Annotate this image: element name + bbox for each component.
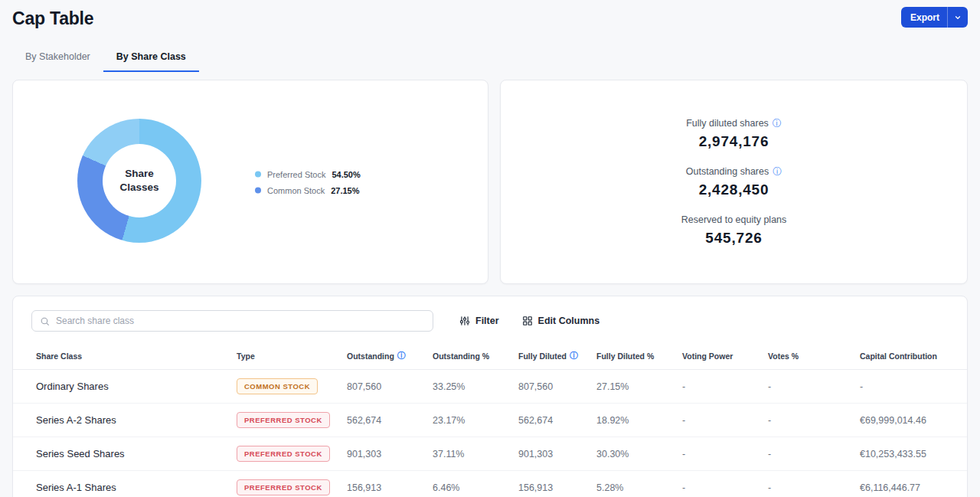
col-votes-pct[interactable]: Votes % <box>768 351 860 361</box>
cell-outstanding-pct: 6.46% <box>433 482 518 493</box>
legend-label: Preferred Stock <box>267 169 325 178</box>
search-icon <box>40 316 50 326</box>
summary-stat: Reserved to equity plans545,726 <box>681 214 787 247</box>
edit-columns-button-label: Edit Columns <box>538 316 600 326</box>
table-row[interactable]: Ordinary SharesCOMMON STOCK807,56033.25%… <box>13 370 967 404</box>
search-input[interactable] <box>56 316 425 326</box>
cell-outstanding-pct: 37.11% <box>433 449 518 459</box>
cell-outstanding: 807,560 <box>347 381 433 392</box>
table-row[interactable]: Series A-2 SharesPREFERRED STOCK562,6742… <box>13 404 967 437</box>
cell-fully-diluted-pct: 18.92% <box>596 415 682 426</box>
col-label: Share Class <box>36 351 82 361</box>
share-class-table-body: Ordinary SharesCOMMON STOCK807,56033.25%… <box>13 370 967 497</box>
col-label: Fully Diluted % <box>596 351 654 361</box>
col-fully-diluted[interactable]: Fully Dilutedⓘ <box>518 351 596 361</box>
cell-outstanding-pct: 33.25% <box>433 381 518 392</box>
info-icon[interactable]: ⓘ <box>773 119 782 128</box>
table-toolbar: Filter Edit Columns <box>13 296 967 342</box>
page-title: Cap Table <box>12 7 93 29</box>
share-type-badge: COMMON STOCK <box>237 378 318 394</box>
chart-legend: Preferred Stock54.50%Common Stock27.15% <box>255 169 361 195</box>
cell-fully-diluted: 156,913 <box>518 482 596 493</box>
cell-voting-power: - <box>682 482 768 493</box>
cell-fully-diluted-pct: 5.28% <box>596 482 682 493</box>
edit-columns-button[interactable]: Edit Columns <box>522 316 600 326</box>
legend-item: Preferred Stock54.50% <box>255 169 361 178</box>
filter-button-label: Filter <box>475 316 499 326</box>
col-type[interactable]: Type <box>237 351 347 361</box>
stat-label: Reserved to equity plans <box>681 214 787 225</box>
share-class-table-card: Filter Edit Columns Share Class Type Out… <box>12 296 968 497</box>
summary-card: Fully diluted sharesⓘ2,974,176Outstandin… <box>500 80 968 284</box>
col-outstanding-pct[interactable]: Outstanding % <box>433 351 518 361</box>
share-type-badge: PREFERRED STOCK <box>237 412 330 428</box>
cell-outstanding-pct: 23.17% <box>433 415 518 426</box>
cell-outstanding: 901,303 <box>347 449 433 459</box>
cell-votes-pct: - <box>768 415 860 426</box>
table-row[interactable]: Series Seed SharesPREFERRED STOCK901,303… <box>13 437 967 471</box>
cell-share-class: Series Seed Shares <box>36 448 237 459</box>
col-label: Outstanding % <box>433 351 489 361</box>
filter-icon <box>459 316 470 326</box>
share-type-badge: PREFERRED STOCK <box>237 479 330 495</box>
col-outstanding[interactable]: Outstandingⓘ <box>347 351 433 361</box>
cell-votes-pct: - <box>768 381 860 392</box>
cell-outstanding: 156,913 <box>347 482 433 493</box>
export-button[interactable]: Export <box>901 7 968 28</box>
cell-type: PREFERRED STOCK <box>237 446 347 462</box>
cell-voting-power: - <box>682 415 768 426</box>
col-label: Outstanding <box>347 351 394 361</box>
legend-label: Common Stock <box>267 185 325 195</box>
col-share-class[interactable]: Share Class <box>36 351 237 361</box>
table-row[interactable]: Series A-1 SharesPREFERRED STOCK156,9136… <box>13 471 967 497</box>
stat-label: Outstanding sharesⓘ <box>681 166 787 177</box>
cell-fully-diluted: 807,560 <box>518 381 596 392</box>
cell-share-class: Series A-1 Shares <box>36 482 237 493</box>
share-classes-chart-card: Share Classes Preferred Stock54.50%Commo… <box>12 80 488 284</box>
stat-value: 545,726 <box>681 230 787 247</box>
stat-value: 2,428,450 <box>681 181 787 198</box>
cell-fully-diluted: 901,303 <box>518 449 596 459</box>
cell-votes-pct: - <box>768 482 860 493</box>
cell-type: COMMON STOCK <box>237 378 347 394</box>
donut-center-label: Share Classes <box>116 167 163 195</box>
cell-fully-diluted: 562,674 <box>518 415 596 426</box>
export-button-label: Export <box>901 12 947 23</box>
info-icon[interactable]: ⓘ <box>397 351 406 360</box>
cell-share-class: Series A-2 Shares <box>36 414 237 426</box>
filter-button[interactable]: Filter <box>459 316 499 326</box>
col-label: Fully Diluted <box>518 351 567 361</box>
cell-capital-contribution: - <box>860 381 944 392</box>
legend-dot <box>255 187 261 193</box>
table-header-row: Share Class Type Outstandingⓘ Outstandin… <box>13 342 967 370</box>
info-icon[interactable]: ⓘ <box>570 351 578 360</box>
cell-outstanding: 562,674 <box>347 415 433 426</box>
legend-item: Common Stock27.15% <box>255 185 361 195</box>
search-box[interactable] <box>31 310 433 332</box>
cell-type: PREFERRED STOCK <box>237 479 347 495</box>
summary-stat: Fully diluted sharesⓘ2,974,176 <box>681 118 787 150</box>
col-voting-power[interactable]: Voting Power <box>682 351 768 361</box>
cell-voting-power: - <box>682 381 768 392</box>
cell-capital-contribution: €6,116,446.77 <box>860 482 944 493</box>
stat-label: Fully diluted sharesⓘ <box>681 118 787 129</box>
col-capital-contribution[interactable]: Capital Contribution <box>860 351 944 361</box>
legend-value: 54.50% <box>332 169 360 178</box>
cell-fully-diluted-pct: 27.15% <box>596 381 682 392</box>
col-label: Type <box>237 351 255 361</box>
chevron-down-icon[interactable] <box>948 14 968 21</box>
legend-value: 27.15% <box>331 185 359 195</box>
cell-fully-diluted-pct: 30.30% <box>596 449 682 459</box>
page-header: Cap Table Export <box>0 0 980 29</box>
col-fully-diluted-pct[interactable]: Fully Diluted % <box>596 351 682 361</box>
col-label: Voting Power <box>682 351 733 361</box>
grid-icon <box>522 316 533 326</box>
col-label: Capital Contribution <box>860 351 937 361</box>
tab-bar: By Stakeholder By Share Class <box>0 44 980 72</box>
summary-stat: Outstanding sharesⓘ2,428,450 <box>681 166 787 198</box>
info-icon[interactable]: ⓘ <box>773 167 782 176</box>
tab-by-share-class[interactable]: By Share Class <box>103 44 199 72</box>
cell-capital-contribution: €69,999,014.46 <box>860 415 944 426</box>
tab-by-stakeholder[interactable]: By Stakeholder <box>12 44 103 72</box>
cell-votes-pct: - <box>768 449 860 459</box>
